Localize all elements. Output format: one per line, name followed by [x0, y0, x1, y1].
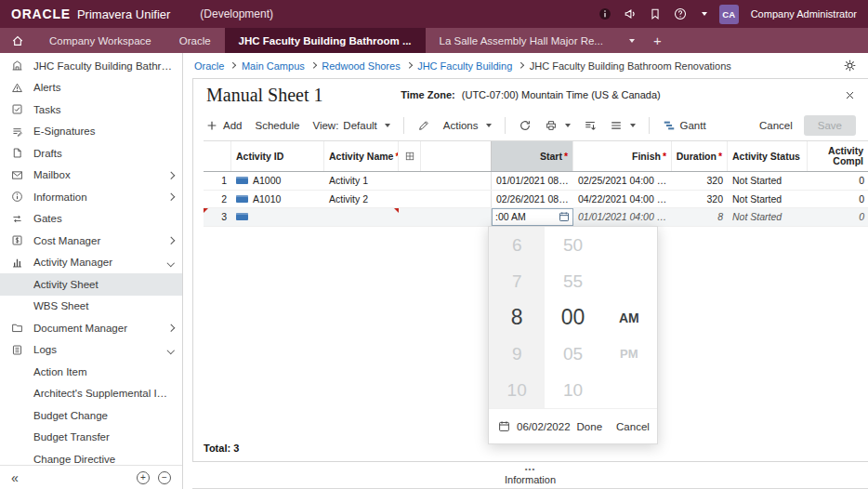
chevron-right-icon[interactable]: [166, 171, 174, 178]
minute-option-05[interactable]: 05: [545, 336, 600, 372]
breadcrumb-link-jhc-faculty-building[interactable]: JHC Faculty Building: [417, 60, 512, 72]
sidebar-item-activity-manager[interactable]: Activity Manager: [0, 252, 182, 274]
table-row[interactable]: 3:00 AM01/01/2021 04:00 PM8Not Started0: [204, 208, 868, 227]
nav-tab-la-salle-assembly-hall-major-re[interactable]: La Salle Assembly Hall Major Re...: [426, 28, 617, 53]
cell-gap[interactable]: [421, 172, 492, 190]
cell-id[interactable]: A1010: [231, 191, 324, 208]
meridiem-option-pm[interactable]: PM: [601, 336, 657, 372]
columns-menu-button[interactable]: [610, 119, 636, 132]
column-header-duration[interactable]: Duration*: [672, 141, 728, 171]
cell-name[interactable]: Activity 2: [324, 191, 399, 208]
collapse-sidebar-button[interactable]: [11, 470, 19, 485]
cancel-button[interactable]: Cancel: [759, 120, 793, 131]
cell-gap[interactable]: [421, 208, 492, 226]
sidebar-item-alerts[interactable]: Alerts: [0, 77, 182, 99]
minute-option-55[interactable]: 55: [545, 263, 600, 299]
column-header-gap[interactable]: [421, 141, 492, 171]
cell-name[interactable]: Activity 1: [324, 172, 399, 190]
cell-duration[interactable]: 8: [672, 208, 728, 226]
help-caret-icon[interactable]: [702, 12, 707, 16]
cell-name[interactable]: [324, 208, 399, 226]
sidebar-item-mailbox[interactable]: Mailbox: [0, 165, 182, 187]
cell-status[interactable]: Not Started: [728, 191, 808, 208]
column-header-activity-compl[interactable]: Activity Compl: [808, 141, 868, 171]
date-value[interactable]: 06/02/2022: [517, 421, 571, 432]
sidebar-item-architect-s-supplemental-instru[interactable]: Architect's Supplemental Instru...: [0, 383, 182, 405]
sidebar-item-gates[interactable]: Gates: [0, 208, 182, 231]
column-header-activity-id[interactable]: Activity ID: [231, 141, 324, 171]
sidebar-item-change-directive[interactable]: Change Directive: [0, 448, 182, 465]
sidebar-item-information[interactable]: Information: [0, 186, 182, 208]
column-header-ind[interactable]: [399, 141, 421, 171]
sidebar-item-jhc-faculty-building-bathroom[interactable]: JHC Faculty Building Bathroom ...: [0, 55, 182, 77]
cell-num[interactable]: 3: [204, 208, 231, 226]
sidebar-item-e-signatures[interactable]: E-Signatures: [0, 121, 182, 143]
refresh-button[interactable]: [519, 119, 532, 132]
cell-ind[interactable]: [399, 172, 421, 190]
information-drawer-tab[interactable]: Information: [192, 462, 868, 489]
table-row[interactable]: 2A1010Activity 202/26/2021 08:00 AM04/22…: [204, 191, 868, 209]
zoom-out-icon[interactable]: [158, 471, 171, 484]
print-menu-button[interactable]: [545, 119, 571, 132]
cell-ind[interactable]: [399, 191, 421, 208]
sidebar-item-tasks[interactable]: Tasks: [0, 99, 182, 121]
cell-ind[interactable]: [399, 208, 421, 226]
drag-handle-icon[interactable]: [525, 465, 535, 472]
sidebar-item-activity-sheet[interactable]: Activity Sheet: [0, 273, 182, 296]
bookmarks-icon[interactable]: [649, 7, 662, 20]
minute-option-00[interactable]: 00: [545, 299, 600, 336]
chevron-down-icon[interactable]: [166, 258, 174, 266]
sidebar-item-budget-transfer[interactable]: Budget Transfer: [0, 427, 182, 449]
calendar-icon[interactable]: [559, 211, 570, 222]
minute-option-10[interactable]: 10: [545, 372, 600, 408]
minute-option-50[interactable]: 50: [545, 227, 600, 263]
start-date-edit-cell[interactable]: :00 AM: [492, 208, 573, 226]
cell-num[interactable]: 1: [204, 172, 231, 190]
calendar-icon[interactable]: [498, 420, 510, 432]
add-tab-button[interactable]: +: [644, 28, 671, 53]
cancel-button[interactable]: Cancel: [616, 421, 650, 432]
done-button[interactable]: Done: [577, 421, 603, 432]
announcements-icon[interactable]: [624, 7, 637, 20]
cell-finish[interactable]: 04/22/2021 04:00 PM: [573, 191, 672, 208]
cell-gap[interactable]: [421, 191, 492, 208]
cell-finish[interactable]: 01/01/2021 04:00 PM: [573, 208, 672, 226]
sidebar-item-document-manager[interactable]: Document Manager: [0, 317, 182, 339]
close-icon[interactable]: [845, 90, 855, 100]
sidebar-item-wbs-sheet[interactable]: WBS Sheet: [0, 296, 182, 318]
cell-finish[interactable]: 02/25/2021 04:00 PM: [573, 172, 672, 190]
cell-num[interactable]: 2: [204, 191, 231, 208]
column-header-finish[interactable]: Finish*: [573, 141, 672, 171]
nav-tab-jhc-faculty-building-bathroom[interactable]: JHC Faculty Building Bathroom ...: [225, 28, 426, 53]
chevron-down-icon[interactable]: [166, 346, 174, 353]
cell-id[interactable]: [231, 208, 324, 226]
hour-option-9[interactable]: 9: [489, 336, 545, 372]
help-icon[interactable]: [674, 7, 687, 20]
home-button[interactable]: [0, 28, 35, 53]
add-button[interactable]: Add: [205, 119, 242, 132]
sidebar-item-logs[interactable]: Logs: [0, 339, 182, 362]
cell-pct[interactable]: 0: [808, 191, 868, 208]
breadcrumb-link-oracle[interactable]: Oracle: [194, 60, 224, 72]
nav-tab-oracle[interactable]: Oracle: [165, 28, 225, 53]
avatar[interactable]: CA: [719, 5, 739, 24]
breadcrumb-link-redwood-shores[interactable]: Redwood Shores: [322, 60, 400, 72]
hour-option-8[interactable]: 8: [489, 299, 545, 336]
gantt-toggle-button[interactable]: Gantt: [663, 119, 706, 132]
table-row[interactable]: 1A1000Activity 101/01/2021 08:00 AM02/25…: [204, 172, 868, 191]
edit-button[interactable]: [417, 119, 430, 132]
view-selector[interactable]: View: Default: [312, 120, 389, 131]
cell-duration[interactable]: 320: [672, 172, 728, 190]
collapse-rows-button[interactable]: [584, 119, 597, 132]
cell-status[interactable]: Not Started: [728, 172, 808, 190]
cell-status[interactable]: Not Started: [728, 208, 808, 226]
zoom-in-icon[interactable]: [137, 471, 150, 484]
nav-tab-company-workspace[interactable]: Company Workspace: [35, 28, 165, 53]
column-header-start[interactable]: Start*: [492, 141, 573, 171]
tabs-dropdown-button[interactable]: [617, 28, 644, 53]
chevron-right-icon[interactable]: [166, 237, 174, 244]
cell-start[interactable]: 01/01/2021 08:00 AM: [492, 172, 573, 190]
save-button[interactable]: Save: [804, 115, 856, 136]
sidebar-item-drafts[interactable]: Drafts: [0, 142, 182, 165]
cell-start[interactable]: 02/26/2021 08:00 AM: [492, 191, 573, 208]
